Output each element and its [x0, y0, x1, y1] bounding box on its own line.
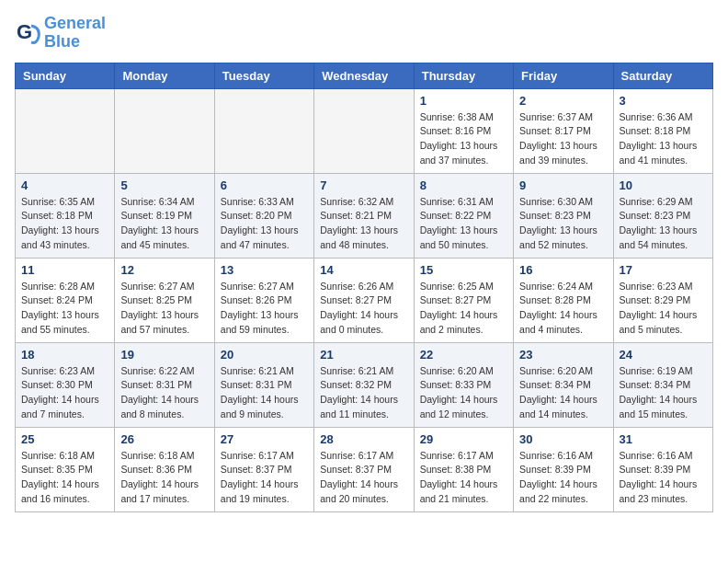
day-number: 25 [21, 432, 108, 446]
day-number: 4 [21, 178, 108, 192]
day-number: 30 [519, 432, 607, 446]
day-info: Sunrise: 6:17 AMSunset: 8:38 PMDaylight:… [420, 449, 507, 507]
svg-text:G: G [17, 20, 32, 43]
calendar-cell: 20Sunrise: 6:21 AMSunset: 8:31 PMDayligh… [214, 342, 313, 427]
day-number: 20 [221, 348, 308, 362]
day-number: 18 [21, 348, 108, 362]
week-row-4: 18Sunrise: 6:23 AMSunset: 8:30 PMDayligh… [16, 342, 713, 427]
calendar-cell [214, 88, 313, 173]
calendar-cell: 7Sunrise: 6:32 AMSunset: 8:21 PMDaylight… [314, 173, 414, 258]
day-number: 27 [221, 432, 308, 446]
day-info: Sunrise: 6:24 AMSunset: 8:28 PMDaylight:… [519, 280, 607, 338]
day-number: 12 [120, 263, 208, 277]
calendar-cell: 3Sunrise: 6:36 AMSunset: 8:18 PMDaylight… [613, 88, 712, 173]
day-info: Sunrise: 6:18 AMSunset: 8:35 PMDaylight:… [21, 449, 108, 507]
day-number: 26 [120, 432, 208, 446]
calendar-cell: 12Sunrise: 6:27 AMSunset: 8:25 PMDayligh… [115, 258, 214, 342]
col-header-thursday: Thursday [414, 63, 513, 88]
day-info: Sunrise: 6:17 AMSunset: 8:37 PMDaylight:… [320, 449, 407, 507]
week-row-3: 11Sunrise: 6:28 AMSunset: 8:24 PMDayligh… [16, 258, 713, 342]
day-info: Sunrise: 6:21 AMSunset: 8:31 PMDaylight:… [221, 364, 308, 422]
col-header-tuesday: Tuesday [214, 63, 313, 88]
day-number: 1 [420, 94, 507, 108]
calendar-cell: 1Sunrise: 6:38 AMSunset: 8:16 PMDaylight… [414, 88, 513, 173]
day-info: Sunrise: 6:20 AMSunset: 8:33 PMDaylight:… [420, 364, 507, 422]
calendar-cell: 5Sunrise: 6:34 AMSunset: 8:19 PMDaylight… [115, 173, 214, 258]
day-number: 8 [420, 178, 507, 192]
day-info: Sunrise: 6:23 AMSunset: 8:29 PMDaylight:… [620, 280, 707, 338]
col-header-saturday: Saturday [613, 63, 712, 88]
day-info: Sunrise: 6:17 AMSunset: 8:37 PMDaylight:… [221, 449, 308, 507]
day-info: Sunrise: 6:32 AMSunset: 8:21 PMDaylight:… [320, 195, 407, 253]
day-info: Sunrise: 6:38 AMSunset: 8:16 PMDaylight:… [420, 110, 507, 168]
calendar-cell: 6Sunrise: 6:33 AMSunset: 8:20 PMDaylight… [214, 173, 313, 258]
week-row-5: 25Sunrise: 6:18 AMSunset: 8:35 PMDayligh… [16, 427, 713, 511]
day-number: 5 [120, 178, 208, 192]
calendar-cell: 14Sunrise: 6:26 AMSunset: 8:27 PMDayligh… [314, 258, 414, 342]
day-number: 14 [320, 263, 407, 277]
day-number: 24 [620, 348, 707, 362]
day-info: Sunrise: 6:27 AMSunset: 8:25 PMDaylight:… [120, 280, 208, 338]
calendar-cell: 21Sunrise: 6:21 AMSunset: 8:32 PMDayligh… [314, 342, 414, 427]
day-number: 16 [519, 263, 607, 277]
calendar-cell: 13Sunrise: 6:27 AMSunset: 8:26 PMDayligh… [214, 258, 313, 342]
day-info: Sunrise: 6:16 AMSunset: 8:39 PMDaylight:… [620, 449, 707, 507]
col-header-sunday: Sunday [16, 63, 115, 88]
calendar-cell [314, 88, 414, 173]
day-info: Sunrise: 6:35 AMSunset: 8:18 PMDaylight:… [21, 195, 108, 253]
day-number: 21 [320, 348, 407, 362]
calendar-cell: 26Sunrise: 6:18 AMSunset: 8:36 PMDayligh… [115, 427, 214, 511]
logo-icon: G [15, 20, 40, 46]
day-info: Sunrise: 6:33 AMSunset: 8:20 PMDaylight:… [221, 195, 308, 253]
day-info: Sunrise: 6:21 AMSunset: 8:32 PMDaylight:… [320, 364, 407, 422]
day-number: 31 [620, 432, 707, 446]
calendar-cell: 28Sunrise: 6:17 AMSunset: 8:37 PMDayligh… [314, 427, 414, 511]
calendar-cell: 18Sunrise: 6:23 AMSunset: 8:30 PMDayligh… [16, 342, 115, 427]
day-number: 23 [519, 348, 607, 362]
day-info: Sunrise: 6:20 AMSunset: 8:34 PMDaylight:… [519, 364, 607, 422]
day-info: Sunrise: 6:26 AMSunset: 8:27 PMDaylight:… [320, 280, 407, 338]
calendar-cell: 31Sunrise: 6:16 AMSunset: 8:39 PMDayligh… [613, 427, 712, 511]
day-number: 10 [620, 178, 707, 192]
calendar-cell: 19Sunrise: 6:22 AMSunset: 8:31 PMDayligh… [115, 342, 214, 427]
day-number: 7 [320, 178, 407, 192]
calendar-cell: 15Sunrise: 6:25 AMSunset: 8:27 PMDayligh… [414, 258, 513, 342]
day-info: Sunrise: 6:19 AMSunset: 8:34 PMDaylight:… [620, 364, 707, 422]
calendar-cell: 22Sunrise: 6:20 AMSunset: 8:33 PMDayligh… [414, 342, 513, 427]
calendar-cell: 16Sunrise: 6:24 AMSunset: 8:28 PMDayligh… [514, 258, 613, 342]
day-info: Sunrise: 6:28 AMSunset: 8:24 PMDaylight:… [21, 280, 108, 338]
calendar-cell: 23Sunrise: 6:20 AMSunset: 8:34 PMDayligh… [514, 342, 613, 427]
day-number: 15 [420, 263, 507, 277]
calendar-cell [115, 88, 214, 173]
calendar-table: SundayMondayTuesdayWednesdayThursdayFrid… [15, 63, 713, 512]
day-info: Sunrise: 6:36 AMSunset: 8:18 PMDaylight:… [620, 110, 707, 168]
calendar-cell: 29Sunrise: 6:17 AMSunset: 8:38 PMDayligh… [414, 427, 513, 511]
day-number: 22 [420, 348, 507, 362]
calendar-cell: 24Sunrise: 6:19 AMSunset: 8:34 PMDayligh… [613, 342, 712, 427]
week-row-2: 4Sunrise: 6:35 AMSunset: 8:18 PMDaylight… [16, 173, 713, 258]
calendar-cell: 27Sunrise: 6:17 AMSunset: 8:37 PMDayligh… [214, 427, 313, 511]
col-header-wednesday: Wednesday [314, 63, 414, 88]
day-number: 11 [21, 263, 108, 277]
col-header-friday: Friday [514, 63, 613, 88]
day-info: Sunrise: 6:18 AMSunset: 8:36 PMDaylight:… [120, 449, 208, 507]
calendar-cell: 25Sunrise: 6:18 AMSunset: 8:35 PMDayligh… [16, 427, 115, 511]
day-info: Sunrise: 6:31 AMSunset: 8:22 PMDaylight:… [420, 195, 507, 253]
day-number: 2 [519, 94, 607, 108]
logo: G GeneralBlue [15, 15, 106, 52]
day-info: Sunrise: 6:30 AMSunset: 8:23 PMDaylight:… [519, 195, 607, 253]
calendar-cell: 9Sunrise: 6:30 AMSunset: 8:23 PMDaylight… [514, 173, 613, 258]
calendar-cell: 30Sunrise: 6:16 AMSunset: 8:39 PMDayligh… [514, 427, 613, 511]
day-number: 13 [221, 263, 308, 277]
week-row-1: 1Sunrise: 6:38 AMSunset: 8:16 PMDaylight… [16, 88, 713, 173]
day-info: Sunrise: 6:27 AMSunset: 8:26 PMDaylight:… [221, 280, 308, 338]
day-number: 6 [221, 178, 308, 192]
day-info: Sunrise: 6:29 AMSunset: 8:23 PMDaylight:… [620, 195, 707, 253]
day-info: Sunrise: 6:22 AMSunset: 8:31 PMDaylight:… [120, 364, 208, 422]
day-number: 17 [620, 263, 707, 277]
calendar-cell: 2Sunrise: 6:37 AMSunset: 8:17 PMDaylight… [514, 88, 613, 173]
logo-text: GeneralBlue [44, 15, 106, 52]
calendar-cell: 10Sunrise: 6:29 AMSunset: 8:23 PMDayligh… [613, 173, 712, 258]
day-number: 19 [120, 348, 208, 362]
calendar-cell: 8Sunrise: 6:31 AMSunset: 8:22 PMDaylight… [414, 173, 513, 258]
